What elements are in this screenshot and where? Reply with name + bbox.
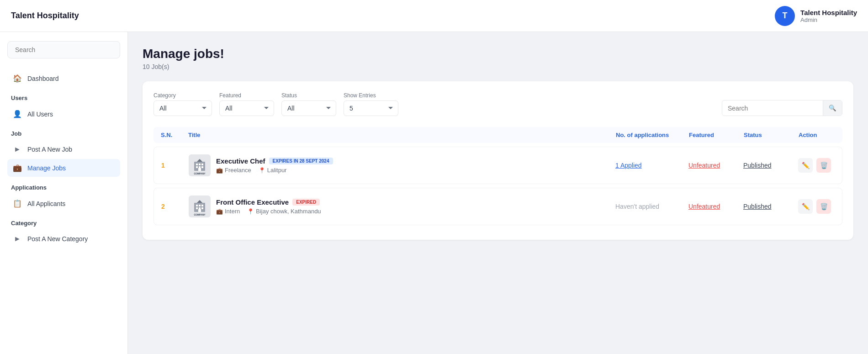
sidebar-item-dashboard[interactable]: 🏠 Dashboard	[7, 69, 120, 87]
jobs-card: Category All Chef Management Service Hos…	[143, 81, 853, 240]
filters-row: Category All Chef Management Service Hos…	[153, 92, 842, 116]
svg-rect-19	[198, 209, 201, 212]
edit-button[interactable]: ✏️	[798, 158, 813, 173]
sidebar-item-label: Post A New Category	[27, 235, 88, 243]
svg-rect-13	[196, 205, 198, 206]
table-row: 2 COM	[153, 188, 842, 225]
show-entries-filter-group: Show Entries 5 10 25 50 100	[344, 92, 398, 116]
edit-button[interactable]: ✏️	[798, 199, 813, 214]
table-search-button[interactable]: 🔍	[823, 100, 842, 116]
job-badge: EXPIRES IN 28 SEPT 2024	[269, 158, 333, 164]
job-location: 📍 Lalitpur	[259, 167, 287, 174]
col-featured: Featured	[689, 132, 744, 138]
job-details: Executive Chef EXPIRES IN 28 SEPT 2024 💼…	[216, 157, 333, 174]
row-sn: 1	[161, 162, 189, 169]
sidebar-item-label: Post A New Job	[27, 146, 72, 153]
app-header: Talent Hospitality T Talent Hospitality …	[0, 0, 868, 32]
sidebar-item-manage-jobs[interactable]: 💼 Manage Jobs	[7, 159, 120, 177]
job-location: 📍 Bijay chowk, Kathmandu	[247, 208, 321, 215]
company-logo: COMPANY	[189, 154, 211, 176]
job-info: COMPANY Front Office Executive EXPIRED 💼…	[189, 195, 615, 217]
svg-text:COMPANY: COMPANY	[194, 172, 206, 175]
sidebar-section-users: Users	[7, 95, 120, 101]
featured-cell[interactable]: Unfeatured	[688, 161, 743, 169]
job-meta: 💼 Freelance 📍 Lalitpur	[216, 167, 333, 174]
action-buttons: ✏️ 🗑️	[798, 158, 835, 173]
featured-label: Featured	[219, 92, 274, 99]
col-status: Status	[744, 132, 799, 138]
sidebar-item-label: Dashboard	[27, 75, 59, 82]
status-filter-group: Status All Published Draft Expired	[281, 92, 336, 116]
featured-filter-group: Featured All Featured Unfeatured	[219, 92, 274, 116]
user-name: Talent Hospitality	[800, 9, 857, 16]
sidebar-section-category: Category	[7, 220, 120, 227]
user-avatar: T	[775, 6, 795, 26]
action-buttons: ✏️ 🗑️	[798, 199, 835, 214]
delete-button[interactable]: 🗑️	[816, 199, 831, 214]
category-filter-group: Category All Chef Management Service Hos…	[153, 92, 212, 116]
col-action: Action	[799, 132, 835, 138]
svg-rect-17	[199, 207, 201, 209]
svg-rect-15	[201, 205, 203, 206]
job-badge: EXPIRED	[292, 199, 320, 206]
user-profile: T Talent Hospitality Admin	[775, 6, 857, 26]
svg-rect-6	[199, 166, 201, 168]
no-applied: Haven't applied	[615, 203, 659, 210]
table-body: 1 COM	[153, 147, 842, 225]
status-link[interactable]: Published	[743, 203, 772, 210]
home-icon: 🏠	[13, 74, 22, 83]
job-type-text: Freelance	[225, 167, 251, 174]
briefcase-meta-icon: 💼	[216, 167, 223, 174]
sidebar-section-job: Job	[7, 130, 120, 137]
unfeatured-link[interactable]: Unfeatured	[688, 203, 720, 210]
svg-text:COMPANY: COMPANY	[194, 213, 206, 216]
table-search-box: 🔍	[722, 100, 842, 116]
applications-link[interactable]: 1 Applied	[615, 162, 642, 169]
job-type: 💼 Freelance	[216, 167, 251, 174]
status-cell[interactable]: Published	[743, 202, 798, 211]
svg-rect-16	[196, 207, 198, 209]
svg-rect-4	[201, 164, 203, 165]
sidebar-item-label: All Applicants	[27, 200, 65, 207]
featured-select[interactable]: All Featured Unfeatured	[219, 100, 274, 116]
sidebar-search-input[interactable]	[7, 41, 120, 58]
job-title: Front Office Executive	[216, 198, 289, 206]
svg-rect-14	[199, 205, 201, 206]
delete-button[interactable]: 🗑️	[816, 158, 831, 173]
sidebar-item-all-users[interactable]: 👤 All Users	[7, 105, 120, 123]
featured-cell[interactable]: Unfeatured	[688, 202, 743, 211]
user-role: Admin	[800, 16, 857, 23]
applicants-icon: 📋	[13, 199, 22, 208]
sidebar-item-post-new-category[interactable]: ► Post A New Category	[7, 230, 120, 248]
location-icon: 📍	[259, 167, 265, 174]
svg-rect-2	[196, 164, 198, 165]
app-logo: Talent Hospitality	[11, 11, 79, 21]
job-type-text: Intern	[225, 208, 240, 215]
col-applications: No. of applications	[616, 132, 689, 138]
unfeatured-link[interactable]: Unfeatured	[688, 162, 720, 169]
status-select[interactable]: All Published Draft Expired	[281, 100, 336, 116]
show-entries-label: Show Entries	[344, 92, 398, 99]
status-label: Status	[281, 92, 336, 99]
sidebar: 🏠 Dashboard Users 👤 All Users Job ► Post…	[0, 32, 128, 354]
status-cell[interactable]: Published	[743, 161, 798, 169]
job-location-text: Lalitpur	[267, 167, 287, 174]
show-entries-select[interactable]: 5 10 25 50 100	[344, 100, 398, 116]
svg-rect-8	[198, 168, 201, 171]
sidebar-section-applications: Applications	[7, 184, 120, 191]
applications-cell: Haven't applied	[615, 202, 688, 211]
applications-cell[interactable]: 1 Applied	[615, 161, 688, 169]
job-title-row: Front Office Executive EXPIRED	[216, 198, 321, 206]
category-label: Category	[153, 92, 212, 99]
post-job-icon: ►	[13, 145, 22, 153]
job-details: Front Office Executive EXPIRED 💼 Intern …	[216, 198, 321, 215]
table-header: S.N. Title No. of applications Featured …	[153, 127, 842, 143]
col-title: Title	[188, 132, 616, 138]
sidebar-item-post-new-job[interactable]: ► Post A New Job	[7, 141, 120, 158]
company-logo: COMPANY	[189, 195, 211, 217]
status-link[interactable]: Published	[743, 162, 772, 169]
table-search-input[interactable]	[722, 101, 823, 116]
user-info: Talent Hospitality Admin	[800, 9, 857, 23]
sidebar-item-all-applicants[interactable]: 📋 All Applicants	[7, 195, 120, 212]
category-select[interactable]: All Chef Management Service Hospitality	[153, 100, 212, 116]
